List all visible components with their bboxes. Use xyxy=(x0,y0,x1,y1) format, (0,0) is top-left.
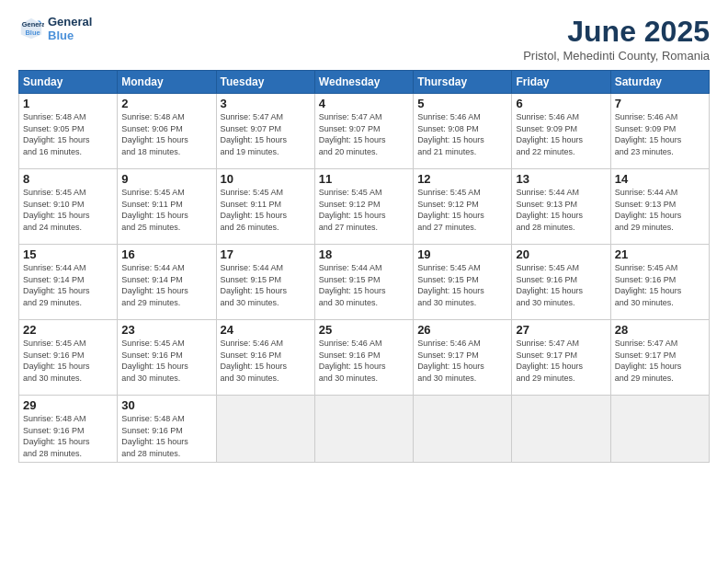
day-number: 15 xyxy=(23,247,113,261)
day-number: 20 xyxy=(516,247,606,261)
table-row: 2Sunrise: 5:48 AM Sunset: 9:06 PM Daylig… xyxy=(118,94,216,169)
table-row: 15Sunrise: 5:44 AM Sunset: 9:14 PM Dayli… xyxy=(19,245,118,320)
day-info: Sunrise: 5:44 AM Sunset: 9:13 PM Dayligh… xyxy=(615,187,705,233)
day-number: 8 xyxy=(23,172,113,186)
day-number: 14 xyxy=(615,172,705,186)
day-number: 12 xyxy=(417,172,507,186)
table-row xyxy=(414,396,512,463)
day-number: 29 xyxy=(23,398,113,412)
header-saturday: Saturday xyxy=(610,71,709,94)
day-info: Sunrise: 5:48 AM Sunset: 9:05 PM Dayligh… xyxy=(23,111,113,157)
header-tuesday: Tuesday xyxy=(216,71,314,94)
day-info: Sunrise: 5:45 AM Sunset: 9:16 PM Dayligh… xyxy=(121,338,211,384)
day-info: Sunrise: 5:44 AM Sunset: 9:14 PM Dayligh… xyxy=(121,262,211,308)
day-info: Sunrise: 5:45 AM Sunset: 9:12 PM Dayligh… xyxy=(417,187,507,233)
day-number: 19 xyxy=(417,247,507,261)
day-number: 1 xyxy=(23,97,113,110)
day-number: 26 xyxy=(417,323,507,337)
table-row: 1Sunrise: 5:48 AM Sunset: 9:05 PM Daylig… xyxy=(19,94,118,169)
day-info: Sunrise: 5:45 AM Sunset: 9:16 PM Dayligh… xyxy=(615,262,705,308)
table-row: 23Sunrise: 5:45 AM Sunset: 9:16 PM Dayli… xyxy=(118,320,216,396)
table-row: 14Sunrise: 5:44 AM Sunset: 9:13 PM Dayli… xyxy=(610,169,709,245)
day-number: 5 xyxy=(417,97,507,110)
day-number: 17 xyxy=(221,247,311,261)
day-number: 3 xyxy=(221,97,311,110)
day-number: 13 xyxy=(516,172,606,186)
day-info: Sunrise: 5:44 AM Sunset: 9:15 PM Dayligh… xyxy=(319,262,409,308)
day-info: Sunrise: 5:45 AM Sunset: 9:11 PM Dayligh… xyxy=(221,187,311,233)
table-row: 21Sunrise: 5:45 AM Sunset: 9:16 PM Dayli… xyxy=(610,245,709,320)
day-number: 21 xyxy=(615,247,705,261)
day-info: Sunrise: 5:48 AM Sunset: 9:16 PM Dayligh… xyxy=(23,413,113,459)
table-row: 12Sunrise: 5:45 AM Sunset: 9:12 PM Dayli… xyxy=(414,169,512,245)
day-info: Sunrise: 5:45 AM Sunset: 9:16 PM Dayligh… xyxy=(23,338,113,384)
day-number: 28 xyxy=(615,323,705,337)
day-number: 9 xyxy=(121,172,211,186)
day-info: Sunrise: 5:44 AM Sunset: 9:15 PM Dayligh… xyxy=(221,262,311,308)
table-row: 20Sunrise: 5:45 AM Sunset: 9:16 PM Dayli… xyxy=(512,245,610,320)
table-row: 7Sunrise: 5:46 AM Sunset: 9:09 PM Daylig… xyxy=(610,94,709,169)
table-row: 13Sunrise: 5:44 AM Sunset: 9:13 PM Dayli… xyxy=(512,169,610,245)
day-info: Sunrise: 5:46 AM Sunset: 9:17 PM Dayligh… xyxy=(417,338,507,384)
table-row: 9Sunrise: 5:45 AM Sunset: 9:11 PM Daylig… xyxy=(118,169,216,245)
day-number: 25 xyxy=(319,323,409,337)
header-monday: Monday xyxy=(118,71,216,94)
day-info: Sunrise: 5:45 AM Sunset: 9:16 PM Dayligh… xyxy=(516,262,606,308)
header-wednesday: Wednesday xyxy=(314,71,413,94)
day-info: Sunrise: 5:46 AM Sunset: 9:16 PM Dayligh… xyxy=(221,338,311,384)
month-title: June 2025 xyxy=(523,15,710,49)
header-sunday: Sunday xyxy=(19,71,118,94)
calendar-table: Sunday Monday Tuesday Wednesday Thursday… xyxy=(18,70,710,463)
logo: General Blue General Blue xyxy=(18,15,92,42)
day-info: Sunrise: 5:46 AM Sunset: 9:09 PM Dayligh… xyxy=(615,111,705,157)
day-number: 22 xyxy=(23,323,113,337)
logo-icon: General Blue xyxy=(18,16,44,41)
header-thursday: Thursday xyxy=(414,71,512,94)
day-number: 30 xyxy=(121,398,211,412)
day-info: Sunrise: 5:45 AM Sunset: 9:11 PM Dayligh… xyxy=(121,187,211,233)
day-info: Sunrise: 5:48 AM Sunset: 9:06 PM Dayligh… xyxy=(121,111,211,157)
table-row: 6Sunrise: 5:46 AM Sunset: 9:09 PM Daylig… xyxy=(512,94,610,169)
day-number: 4 xyxy=(319,97,409,110)
table-row: 3Sunrise: 5:47 AM Sunset: 9:07 PM Daylig… xyxy=(216,94,314,169)
table-row: 5Sunrise: 5:46 AM Sunset: 9:08 PM Daylig… xyxy=(414,94,512,169)
table-row: 26Sunrise: 5:46 AM Sunset: 9:17 PM Dayli… xyxy=(414,320,512,396)
day-number: 6 xyxy=(516,97,606,110)
header: General Blue General Blue June 2025 Pris… xyxy=(18,15,710,63)
table-row: 30Sunrise: 5:48 AM Sunset: 9:16 PM Dayli… xyxy=(118,396,216,463)
location: Pristol, Mehedinti County, Romania xyxy=(523,49,710,63)
table-row: 24Sunrise: 5:46 AM Sunset: 9:16 PM Dayli… xyxy=(216,320,314,396)
table-row xyxy=(610,396,709,463)
day-number: 24 xyxy=(221,323,311,337)
title-block: June 2025 Pristol, Mehedinti County, Rom… xyxy=(523,15,710,63)
table-row xyxy=(216,396,314,463)
day-number: 16 xyxy=(121,247,211,261)
table-row xyxy=(512,396,610,463)
table-row: 4Sunrise: 5:47 AM Sunset: 9:07 PM Daylig… xyxy=(314,94,413,169)
day-info: Sunrise: 5:45 AM Sunset: 9:12 PM Dayligh… xyxy=(319,187,409,233)
day-number: 11 xyxy=(319,172,409,186)
table-row xyxy=(314,396,413,463)
page: General Blue General Blue June 2025 Pris… xyxy=(0,0,728,563)
day-number: 2 xyxy=(121,97,211,110)
day-info: Sunrise: 5:47 AM Sunset: 9:17 PM Dayligh… xyxy=(615,338,705,384)
day-number: 23 xyxy=(121,323,211,337)
logo-line1: General xyxy=(48,15,92,29)
table-row: 16Sunrise: 5:44 AM Sunset: 9:14 PM Dayli… xyxy=(118,245,216,320)
svg-text:Blue: Blue xyxy=(25,29,40,37)
table-row: 29Sunrise: 5:48 AM Sunset: 9:16 PM Dayli… xyxy=(19,396,118,463)
day-info: Sunrise: 5:44 AM Sunset: 9:13 PM Dayligh… xyxy=(516,187,606,233)
table-row: 28Sunrise: 5:47 AM Sunset: 9:17 PM Dayli… xyxy=(610,320,709,396)
table-row: 17Sunrise: 5:44 AM Sunset: 9:15 PM Dayli… xyxy=(216,245,314,320)
day-info: Sunrise: 5:44 AM Sunset: 9:14 PM Dayligh… xyxy=(23,262,113,308)
table-row: 8Sunrise: 5:45 AM Sunset: 9:10 PM Daylig… xyxy=(19,169,118,245)
table-row: 25Sunrise: 5:46 AM Sunset: 9:16 PM Dayli… xyxy=(314,320,413,396)
table-row: 19Sunrise: 5:45 AM Sunset: 9:15 PM Dayli… xyxy=(414,245,512,320)
day-info: Sunrise: 5:45 AM Sunset: 9:15 PM Dayligh… xyxy=(417,262,507,308)
table-row: 27Sunrise: 5:47 AM Sunset: 9:17 PM Dayli… xyxy=(512,320,610,396)
day-info: Sunrise: 5:45 AM Sunset: 9:10 PM Dayligh… xyxy=(23,187,113,233)
day-info: Sunrise: 5:46 AM Sunset: 9:08 PM Dayligh… xyxy=(417,111,507,157)
table-row: 18Sunrise: 5:44 AM Sunset: 9:15 PM Dayli… xyxy=(314,245,413,320)
day-info: Sunrise: 5:47 AM Sunset: 9:17 PM Dayligh… xyxy=(516,338,606,384)
day-number: 10 xyxy=(221,172,311,186)
